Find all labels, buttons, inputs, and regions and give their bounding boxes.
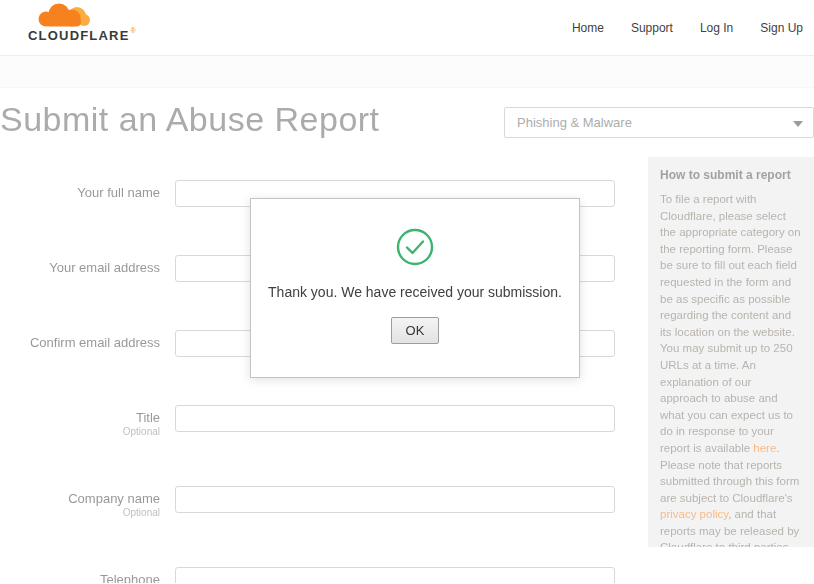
cloudflare-logo[interactable]: CLOUDFLARE ®: [28, 3, 136, 43]
brand-wordmark: CLOUDFLARE: [28, 28, 130, 43]
help-sidebar: How to submit a report To file a report …: [648, 157, 814, 547]
privacy-policy-link[interactable]: privacy policy: [660, 508, 728, 520]
sidebar-heading: How to submit a report: [660, 168, 802, 182]
here-link[interactable]: here: [753, 442, 776, 454]
registered-mark: ®: [131, 27, 136, 34]
confirmation-modal: Thank you. We have received your submiss…: [250, 198, 580, 378]
top-nav: Home Support Log In Sign Up: [572, 0, 803, 56]
telephone-label: Telephone: [0, 572, 160, 583]
form-row-company: Company name Optional: [0, 486, 616, 519]
company-label: Company name: [0, 491, 160, 506]
company-input[interactable]: [175, 486, 615, 513]
category-select[interactable]: Phishing & Malware: [504, 107, 814, 138]
ok-button[interactable]: OK: [391, 317, 440, 344]
page-title: Submit an Abuse Report: [0, 100, 380, 139]
cloud-icon: [34, 3, 92, 27]
form-row-telephone: Telephone Optional: [0, 567, 616, 583]
nav-support[interactable]: Support: [631, 21, 673, 35]
email-label: Your email address: [0, 260, 160, 275]
chevron-down-icon: [793, 121, 803, 127]
sidebar-text: To file a report with Cloudflare, please…: [660, 193, 801, 454]
title-optional-label: Optional: [0, 425, 160, 438]
site-header: CLOUDFLARE ® Home Support Log In Sign Up: [0, 0, 814, 56]
confirm-email-label: Confirm email address: [0, 335, 160, 350]
form-row-title: Title Optional: [0, 405, 616, 438]
success-check-icon: [395, 227, 435, 267]
company-optional-label: Optional: [0, 506, 160, 519]
nav-home[interactable]: Home: [572, 21, 604, 35]
subheader-strip: [0, 56, 814, 88]
modal-message: Thank you. We have received your submiss…: [251, 284, 579, 300]
category-selected-value: Phishing & Malware: [517, 115, 632, 130]
telephone-input[interactable]: [175, 567, 615, 583]
full-name-label: Your full name: [0, 185, 160, 200]
nav-login[interactable]: Log In: [700, 21, 733, 35]
nav-signup[interactable]: Sign Up: [760, 21, 803, 35]
title-label: Title: [0, 410, 160, 425]
title-input[interactable]: [175, 405, 615, 432]
sidebar-body: To file a report with Cloudflare, please…: [660, 191, 802, 547]
